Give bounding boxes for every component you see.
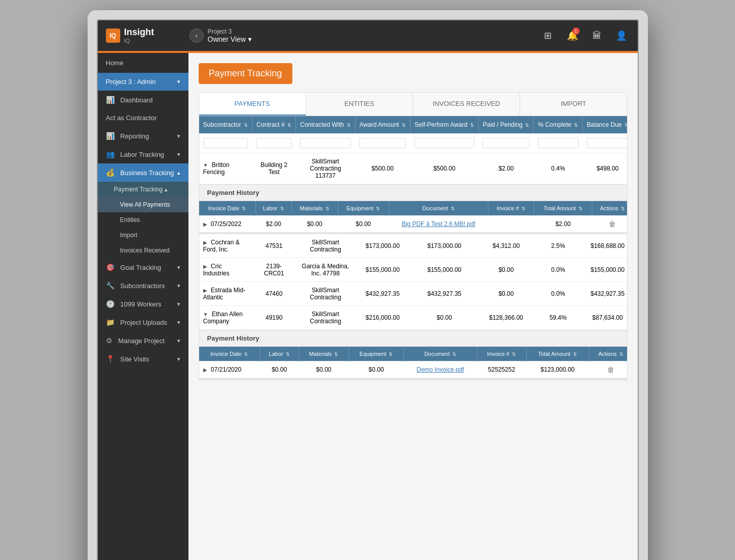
- sidebar-item-act-as[interactable]: Act as Contractor: [98, 109, 188, 127]
- filter-subcontractor[interactable]: [203, 138, 249, 148]
- sidebar-home[interactable]: Home: [98, 53, 188, 73]
- col-contracted-with[interactable]: Contracted With ⇅: [296, 116, 355, 133]
- award-amount-cell: $173,000.00: [355, 234, 410, 258]
- tab-import[interactable]: IMPORT: [520, 93, 627, 116]
- sub-col-total-amount[interactable]: Total Amount ⇅: [534, 201, 592, 216]
- chevron-down-icon: ▾: [248, 35, 252, 43]
- sidebar-item-site-visits[interactable]: 📍 Site Visits ▾: [98, 350, 188, 368]
- notification-button[interactable]: 🔔 1: [564, 27, 581, 44]
- labor-cell: $2.00: [256, 216, 292, 233]
- sub-col-actions: Actions ⇅: [589, 347, 627, 361]
- sidebar-item-1099-workers[interactable]: 🕐 1099 Workers ▾: [98, 295, 188, 313]
- filter-contract[interactable]: [256, 138, 292, 148]
- balance-due-cell: $168,688.00: [583, 234, 628, 258]
- sub-col-document[interactable]: Document ⇅: [404, 347, 477, 361]
- user-icon-button[interactable]: 👤: [613, 27, 630, 44]
- invoice-date-cell: ▶ 07/21/2020: [199, 361, 260, 378]
- filter-award-amount[interactable]: [359, 138, 406, 148]
- sub-col-materials[interactable]: Materials ⇅: [291, 201, 338, 216]
- invoice-num-cell: 52525252: [477, 361, 526, 378]
- payment-history-item: ▶ 07/21/2020 $0.00 $0.00 $0.00: [199, 361, 628, 378]
- sidebar-item-reporting[interactable]: 📊 Reporting ▾: [98, 127, 188, 145]
- expand-button[interactable]: ▶: [203, 221, 207, 227]
- pct-complete-cell: 0.0%: [534, 258, 583, 282]
- balance-due-cell: $155,000.00: [583, 258, 628, 282]
- sub-col-invoice-num[interactable]: Invoice # ⇅: [477, 347, 526, 361]
- filter-balance-due[interactable]: [587, 138, 628, 148]
- payment-history-title: Payment History: [199, 185, 628, 201]
- tab-invoices-received[interactable]: INVOICES RECEIVED: [413, 93, 520, 116]
- sidebar-section-project[interactable]: Project 3 : Admin ▾: [98, 73, 188, 91]
- filter-pct-complete[interactable]: [538, 138, 579, 148]
- sidebar-item-business-tracking[interactable]: 💰 Business Tracking ▴: [98, 163, 188, 182]
- delete-button[interactable]: 🗑: [609, 220, 616, 228]
- manage-icon: ⚙: [106, 337, 113, 345]
- expand-button[interactable]: ▶: [203, 240, 207, 245]
- expand-button[interactable]: ▶: [203, 367, 207, 373]
- expand-button[interactable]: ▶: [203, 264, 207, 269]
- col-balance-due[interactable]: Balance Due ⇅: [583, 116, 628, 133]
- self-perform-cell: $173,000.00: [410, 234, 478, 258]
- expand-button[interactable]: ▶: [203, 288, 207, 293]
- sub-col-invoice-date[interactable]: Invoice Date ⇅: [199, 201, 256, 216]
- contracted-with-cell: SkillSmart Contracting 113737: [296, 153, 355, 184]
- col-pct-complete[interactable]: % Complete ⇅: [534, 116, 583, 133]
- sub-col-document[interactable]: Document ⇅: [389, 201, 488, 216]
- actions-cell: 🗑: [592, 216, 627, 233]
- table-row: ▶ Cric Industries 2139-CRC01 Garcia & Me…: [199, 258, 628, 282]
- delete-button[interactable]: 🗑: [607, 366, 614, 374]
- sidebar-sub-invoices-received[interactable]: Invoices Received: [98, 243, 188, 258]
- filter-paid-pending[interactable]: [482, 138, 529, 148]
- col-award-amount[interactable]: Award Amount ⇅: [355, 116, 410, 133]
- notification-badge: 1: [573, 27, 580, 35]
- sub-col-total-amount[interactable]: Total Amount ⇅: [526, 347, 589, 361]
- sub-col-invoice-num[interactable]: Invoice # ⇅: [488, 201, 534, 216]
- sidebar-item-labor-tracking[interactable]: 👥 Labor Tracking ▾: [98, 145, 188, 163]
- col-subcontractor[interactable]: Subcontractor ⇅: [199, 116, 253, 133]
- project-selector: ‹ Project 3 Owner View ▾: [189, 28, 252, 43]
- sub-col-labor[interactable]: Labor ⇅: [256, 201, 292, 216]
- paid-pending-cell: $128,366.00: [478, 306, 533, 330]
- business-chevron-icon: ▴: [177, 170, 180, 176]
- sub-col-labor[interactable]: Labor ⇅: [260, 347, 298, 361]
- sub-col-materials[interactable]: Materials ⇅: [299, 347, 349, 361]
- filter-self-perform[interactable]: [414, 138, 474, 148]
- sidebar-sub-payment-tracking[interactable]: Payment Tracking ▴: [98, 182, 188, 197]
- table-row: ▶ Cochran & Ford, Inc. 47531 SkillSmart …: [199, 234, 628, 258]
- sort-icon: ⇅: [619, 352, 623, 357]
- back-button[interactable]: ‹: [189, 29, 204, 43]
- document-link[interactable]: Demo Invoice.pdf: [417, 366, 464, 373]
- grid-icon-button[interactable]: ⊞: [540, 27, 556, 44]
- document-cell: Big PDF â Test 2.6 MB!.pdf: [389, 216, 488, 233]
- sub-col-invoice-date[interactable]: Invoice Date ⇅: [199, 347, 260, 361]
- building-icon-button[interactable]: 🏛: [589, 27, 605, 44]
- sidebar-sub-import[interactable]: Import: [98, 228, 188, 243]
- sidebar-item-dashboard[interactable]: 📊 Dashboard: [98, 91, 188, 109]
- sidebar-item-project-uploads[interactable]: 📁 Project Uploads ▾: [98, 313, 188, 331]
- balance-due-cell: $498.00: [583, 153, 628, 184]
- dashboard-icon: 📊: [106, 96, 115, 104]
- tab-payments[interactable]: PAYMENTS: [199, 93, 306, 116]
- content-area: Payment Tracking PAYMENTS ENTITIES INVOI…: [188, 53, 638, 560]
- col-paid-pending[interactable]: Paid / Pending ⇅: [478, 116, 533, 133]
- expand-button[interactable]: ▼: [203, 312, 208, 317]
- document-link[interactable]: Big PDF â Test 2.6 MB!.pdf: [402, 220, 476, 228]
- tab-entities[interactable]: ENTITIES: [306, 93, 413, 116]
- sort-icon: ⇅: [573, 352, 577, 357]
- sub-col-equipment[interactable]: Equipment ⇅: [338, 201, 389, 216]
- sidebar-item-manage-project[interactable]: ⚙ Manage Project ▾: [98, 331, 188, 350]
- sidebar-sub-view-all-payments[interactable]: View All Payments: [98, 197, 188, 212]
- col-self-perform[interactable]: Self-Perform Award ⇅: [410, 116, 478, 133]
- project-name: Project 3: [208, 28, 252, 35]
- goal-chevron-icon: ▾: [177, 264, 180, 271]
- pct-complete-cell: 59.4%: [534, 306, 583, 330]
- sidebar-item-goal-tracking[interactable]: 🎯 Goal Tracking ▾: [98, 258, 188, 276]
- sidebar-item-subcontractors[interactable]: 🔧 Subcontractors ▾: [98, 276, 188, 295]
- sub-col-equipment[interactable]: Equipment ⇅: [348, 347, 403, 361]
- sidebar-sub-entities[interactable]: Entities: [98, 212, 188, 228]
- filter-contracted-with[interactable]: [300, 138, 351, 148]
- col-contract[interactable]: Contract # ⇅: [252, 116, 296, 133]
- view-selector[interactable]: Owner View ▾: [208, 35, 252, 43]
- subcontractors-icon: 🔧: [106, 282, 115, 290]
- expand-button[interactable]: ▼: [203, 162, 208, 168]
